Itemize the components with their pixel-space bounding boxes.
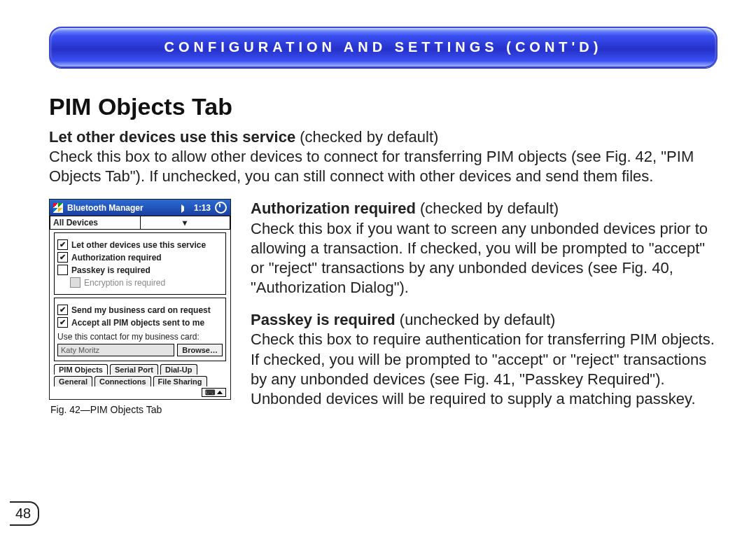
pda-time: 1:13 <box>194 203 211 213</box>
speaker-icon <box>181 204 190 213</box>
auth-bold: Authorization required <box>251 200 416 217</box>
intro-note: (checked by default) <box>295 128 438 146</box>
checkbox-row[interactable]: Authorization required <box>57 252 223 263</box>
contact-field[interactable]: Katy Moritz <box>57 344 174 356</box>
checkbox-row[interactable]: Accept all PIM objects sent to me <box>57 317 223 328</box>
page-number: 48 <box>10 501 39 526</box>
options-panel-1: Let other devices use this service Autho… <box>54 232 226 295</box>
section-banner: CONFIGURATION AND SETTINGS (CONT'D) <box>49 27 718 68</box>
intro-body: Check this box to allow other devices to… <box>49 148 694 185</box>
figure-caption: Fig. 42—PIM Objects Tab <box>50 404 231 415</box>
checkbox-row[interactable]: Send my business card on request <box>57 305 223 315</box>
checkbox-label: Let other devices use this service <box>71 240 206 250</box>
intro-paragraph: Let other devices use this service (chec… <box>49 127 718 186</box>
checkbox-icon <box>57 317 68 328</box>
tab-file-sharing[interactable]: File Sharing <box>153 376 207 386</box>
checkbox-row[interactable]: Passkey is required <box>57 265 223 275</box>
checkbox-icon <box>57 265 68 275</box>
auth-body: Check this box if you want to screen any… <box>251 220 708 296</box>
tabs-area: PIM Objects Serial Port Dial-Up General … <box>54 364 226 386</box>
dropdown-value: All Devices <box>50 216 140 229</box>
browse-button[interactable]: Browse… <box>177 344 223 356</box>
clock-icon <box>215 202 227 214</box>
sip-keyboard-button[interactable]: ⌨ <box>202 388 226 397</box>
pass-bold: Passkey is required <box>251 311 396 328</box>
checkbox-label: Passkey is required <box>71 265 150 275</box>
pda-screenshot: Bluetooth Manager 1:13 All Devices ▾ Let… <box>49 199 231 400</box>
checkbox-icon <box>57 305 68 315</box>
device-filter-dropdown[interactable]: All Devices ▾ <box>50 216 230 230</box>
passkey-paragraph: Passkey is required (unchecked by defaul… <box>251 310 718 409</box>
checkbox-icon <box>70 277 80 288</box>
checkbox-icon <box>57 239 68 250</box>
tab-connections[interactable]: Connections <box>94 376 151 386</box>
pda-titlebar: Bluetooth Manager 1:13 <box>50 200 230 216</box>
page-title: PIM Objects Tab <box>49 93 718 120</box>
tab-general[interactable]: General <box>54 376 92 386</box>
checkbox-label: Authorization required <box>71 253 162 263</box>
auth-note: (checked by default) <box>416 200 559 217</box>
triangle-up-icon <box>217 391 223 394</box>
checkbox-label: Encryption is required <box>84 278 165 288</box>
pda-title-text: Bluetooth Manager <box>67 203 177 213</box>
keyboard-icon: ⌨ <box>205 389 215 396</box>
contact-label: Use this contact for my business card: <box>57 332 223 342</box>
tab-dial-up[interactable]: Dial-Up <box>160 364 197 375</box>
pass-note: (unchecked by default) <box>396 311 556 328</box>
checkbox-row[interactable]: Let other devices use this service <box>57 239 223 250</box>
checkbox-label: Accept all PIM objects sent to me <box>71 318 204 328</box>
checkbox-icon <box>57 252 68 263</box>
chevron-down-icon: ▾ <box>140 216 230 229</box>
intro-bold: Let other devices use this service <box>49 128 295 146</box>
checkbox-row-disabled: Encryption is required <box>70 277 223 288</box>
windows-flag-icon <box>53 203 63 213</box>
tab-serial-port[interactable]: Serial Port <box>110 364 158 375</box>
tab-pim-objects[interactable]: PIM Objects <box>54 364 108 375</box>
checkbox-label: Send my business card on request <box>71 305 211 315</box>
auth-paragraph: Authorization required (checked by defau… <box>251 199 718 298</box>
options-panel-2: Send my business card on request Accept … <box>54 298 226 361</box>
pass-body: Check this box to require authentication… <box>251 330 715 407</box>
